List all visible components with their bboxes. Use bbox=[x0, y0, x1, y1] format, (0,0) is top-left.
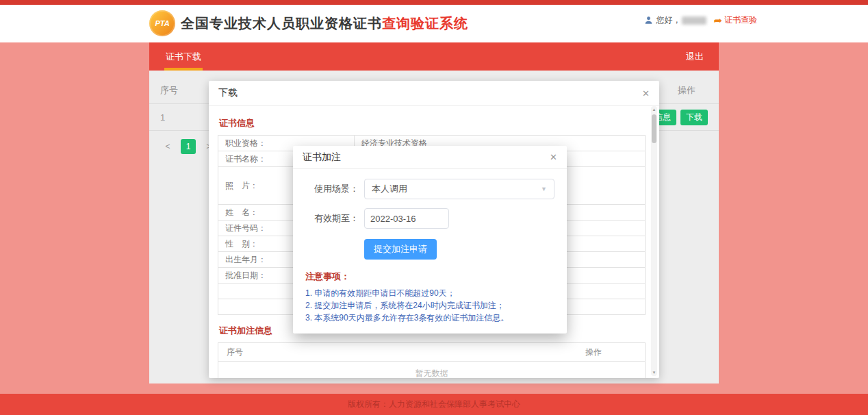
modal-scrollbar[interactable]: ▲ ▼ bbox=[651, 106, 657, 376]
annotation-modal-close-icon[interactable]: ✕ bbox=[550, 153, 557, 162]
column-header-action: 操作 bbox=[678, 84, 695, 97]
download-modal-title: 下载 bbox=[218, 87, 238, 99]
top-strip bbox=[0, 0, 868, 5]
cert-verify-link[interactable]: 证书查验 bbox=[724, 14, 757, 26]
annotation-modal-header: 证书加注 ✕ bbox=[293, 146, 567, 169]
scroll-down-icon[interactable]: ▼ bbox=[651, 369, 657, 376]
scroll-up-icon[interactable]: ▲ bbox=[651, 106, 657, 113]
annotation-col-index: 序号 bbox=[218, 347, 288, 358]
download-modal-close-icon[interactable]: ✕ bbox=[642, 89, 650, 98]
notes-title: 注意事项： bbox=[305, 271, 554, 283]
annotation-info-table: 序号 操作 暂无数据 bbox=[218, 342, 646, 378]
site-header: PTA 全国专业技术人员职业资格证书查询验证系统 您好， ➦ 证书查验 bbox=[0, 5, 868, 42]
pta-logo-text: PTA bbox=[155, 19, 169, 27]
user-area: 您好， ➦ 证书查验 bbox=[644, 14, 757, 26]
annotation-col-action: 操作 bbox=[542, 347, 645, 358]
annotation-modal-title: 证书加注 bbox=[303, 151, 341, 164]
user-icon bbox=[644, 16, 653, 25]
scene-form-row: 使用场景： 本人调用 ▼ bbox=[305, 179, 554, 199]
annotation-modal-body: 使用场景： 本人调用 ▼ 有效期至： 提交加注申请 注意事项： 1. 申请的有效… bbox=[293, 169, 567, 324]
submit-annotation-button[interactable]: 提交加注申请 bbox=[364, 239, 437, 260]
column-header-index: 序号 bbox=[160, 84, 178, 97]
tab-cert-download[interactable]: 证书下载 bbox=[164, 42, 203, 71]
download-modal-header: 下载 ✕ bbox=[209, 81, 659, 106]
scene-select-value: 本人调用 bbox=[372, 183, 407, 195]
pta-logo-icon: PTA bbox=[149, 10, 175, 36]
expiry-date-input[interactable] bbox=[364, 208, 449, 229]
pagination-prev[interactable]: < bbox=[160, 139, 175, 154]
scene-select[interactable]: 本人调用 ▼ bbox=[364, 179, 554, 199]
note-line-1: 1. 申请的有效期距申请日不能超过90天； bbox=[305, 287, 554, 299]
navbar: 证书下载 退出 bbox=[149, 42, 719, 71]
expiry-label: 有效期至： bbox=[305, 212, 359, 225]
pagination-page-1[interactable]: 1 bbox=[181, 139, 196, 154]
chevron-down-icon: ▼ bbox=[541, 186, 547, 192]
scene-label: 使用场景： bbox=[305, 183, 359, 195]
cert-info-section-title: 证书信息 bbox=[219, 117, 646, 129]
tab-cert-download-label: 证书下载 bbox=[166, 51, 201, 63]
user-name-redacted bbox=[682, 16, 706, 25]
annotation-table-header: 序号 操作 bbox=[218, 343, 645, 362]
logout-button[interactable]: 退出 bbox=[686, 51, 704, 63]
annotation-empty-state: 暂无数据 bbox=[218, 362, 645, 378]
greeting-text: 您好， bbox=[656, 14, 680, 26]
copyright-text: 版权所有：人力资源和社会保障部人事考试中心 bbox=[348, 399, 520, 410]
note-line-3: 3. 本系统90天内最多允许存在3条有效的证书加注信息。 bbox=[305, 312, 554, 324]
note-line-2: 2. 提交加注申请后，系统将在24小时内完成证书加注； bbox=[305, 299, 554, 312]
brand: PTA 全国专业技术人员职业资格证书查询验证系统 bbox=[149, 10, 468, 36]
page-title-main: 全国专业技术人员职业资格证书 bbox=[181, 16, 382, 31]
row-index: 1 bbox=[160, 112, 165, 123]
download-button[interactable]: 下载 bbox=[680, 110, 708, 125]
page-title-accent: 查询验证系统 bbox=[382, 16, 468, 31]
scrollbar-thumb[interactable] bbox=[652, 114, 656, 143]
site-footer: 版权所有：人力资源和社会保障部人事考试中心 bbox=[0, 394, 868, 415]
annotation-modal: 证书加注 ✕ 使用场景： 本人调用 ▼ 有效期至： 提交加注申请 注意事项： 1… bbox=[293, 146, 567, 334]
share-arrow-icon: ➦ bbox=[713, 15, 722, 25]
expiry-form-row: 有效期至： bbox=[305, 208, 554, 229]
page-title: 全国专业技术人员职业资格证书查询验证系统 bbox=[181, 14, 468, 33]
